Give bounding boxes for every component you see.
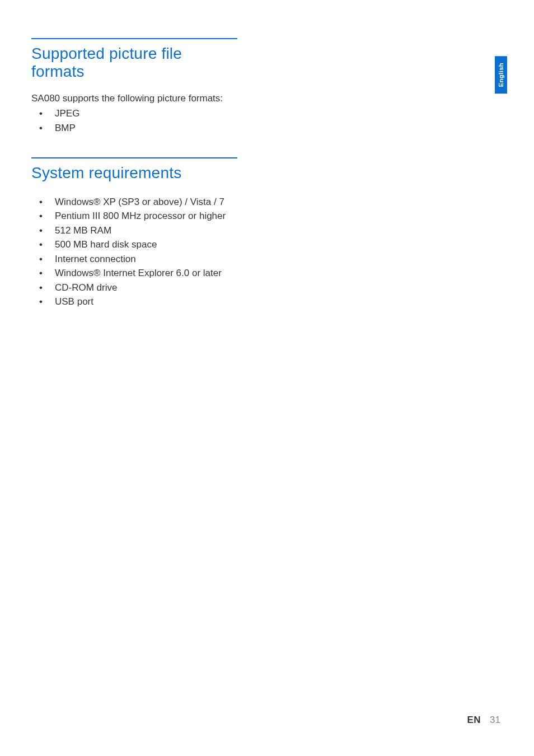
list-item: 512 MB RAM: [31, 223, 237, 238]
page-content: Supported picture file formats SA080 sup…: [0, 0, 269, 309]
list-item: Pentium III 800 MHz processor or higher: [31, 209, 237, 223]
list-item: Windows® Internet Explorer 6.0 or later: [31, 266, 237, 281]
list-item: Internet connection: [31, 252, 237, 267]
picture-formats-list: JPEG BMP: [31, 106, 237, 135]
list-item: Windows® XP (SP3 or above) / Vista / 7: [31, 195, 237, 209]
section-heading-system-requirements: System requirements: [31, 164, 237, 182]
list-item: JPEG: [31, 106, 237, 121]
list-item: CD-ROM drive: [31, 281, 237, 295]
list-item: USB port: [31, 295, 237, 309]
footer-page-number: 31: [490, 715, 500, 725]
system-requirements-list: Windows® XP (SP3 or above) / Vista / 7 P…: [31, 195, 237, 309]
section-rule: [31, 157, 237, 158]
list-item: BMP: [31, 121, 237, 136]
footer-language: EN: [467, 715, 481, 725]
page-footer: EN31: [467, 715, 500, 726]
language-tab: English: [495, 56, 507, 94]
language-tab-label: English: [498, 63, 504, 87]
section-rule: [31, 38, 237, 39]
intro-text-picture-formats: SA080 supports the following picture for…: [31, 93, 237, 104]
section-heading-picture-formats: Supported picture file formats: [31, 45, 237, 81]
list-item: 500 MB hard disk space: [31, 237, 237, 252]
